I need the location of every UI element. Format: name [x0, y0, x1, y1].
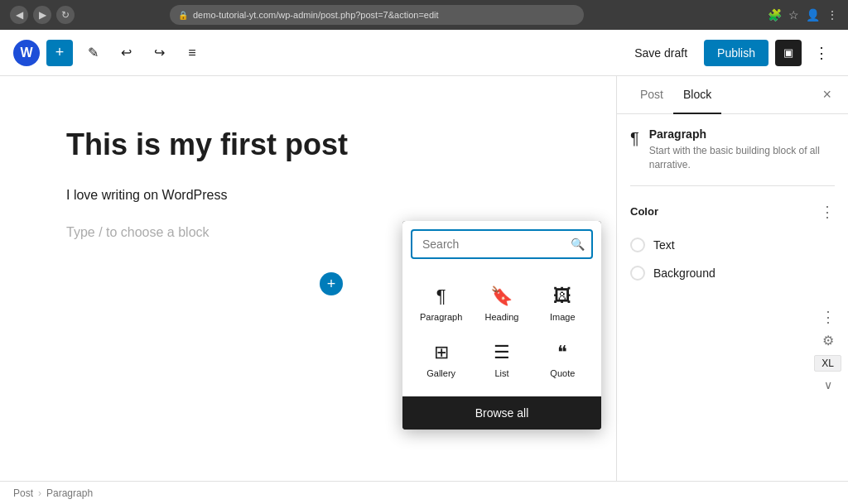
block-grid-item-quote[interactable]: ❝ Quote [534, 334, 591, 386]
placeholder-text: Type / to choose a block [66, 225, 210, 240]
forward-button[interactable]: ▶ [33, 6, 51, 24]
right-sidebar: Post Block × ¶ Paragraph Start with the … [616, 76, 848, 481]
color-section-header: Color ⋮ [630, 203, 835, 221]
color-text-label: Text [653, 238, 675, 252]
inline-add-block-button[interactable]: + [320, 272, 343, 295]
block-grid-item-list[interactable]: ☰ List [473, 334, 530, 386]
block-name: Paragraph [649, 127, 835, 141]
more-options-button[interactable]: ⋮ [808, 40, 835, 66]
save-draft-button[interactable]: Save draft [624, 41, 697, 65]
settings-toggle-button[interactable]: ▣ [775, 40, 802, 66]
sidebar-tabs: Post Block × [617, 76, 848, 114]
color-text-option[interactable]: Text [630, 231, 835, 259]
block-grid-item-paragraph[interactable]: ¶ Paragraph [412, 277, 470, 330]
quote-block-icon: ❝ [557, 342, 567, 363]
undo-button[interactable]: ↩ [113, 40, 139, 66]
url-text: demo-tutorial-yt.com/wp-admin/post.php?p… [193, 10, 439, 20]
color-background-radio[interactable] [630, 266, 645, 281]
breadcrumb-separator: › [38, 487, 41, 499]
color-section-more-button[interactable]: ⋮ [820, 203, 835, 221]
chevron-down-icon[interactable]: ∨ [824, 378, 832, 391]
breadcrumb-post[interactable]: Post [13, 487, 33, 499]
paragraph-block-icon: ¶ [436, 286, 446, 307]
breadcrumb-paragraph[interactable]: Paragraph [46, 487, 93, 499]
lock-icon: 🔒 [178, 11, 188, 20]
quote-block-label: Quote [550, 368, 575, 378]
color-background-option[interactable]: Background [630, 259, 835, 287]
settings-icon: ▣ [783, 46, 793, 59]
edit-tool-button[interactable]: ✎ [80, 40, 106, 66]
wp-logo: W [13, 40, 40, 66]
search-icon: 🔍 [571, 238, 585, 251]
browser-controls: ◀ ▶ ↻ [10, 6, 75, 24]
block-grid-item-gallery[interactable]: ⊞ Gallery [412, 334, 470, 386]
sidebar-settings-icon[interactable]: ⚙ [822, 333, 834, 348]
block-grid-item-heading[interactable]: 🔖 Heading [473, 277, 530, 330]
bottom-bar: Post › Paragraph [0, 481, 848, 504]
refresh-button[interactable]: ↻ [56, 6, 75, 24]
address-bar[interactable]: 🔒 demo-tutorial-yt.com/wp-admin/post.php… [170, 5, 584, 25]
sidebar-content: ¶ Paragraph Start with the basic buildin… [617, 114, 848, 481]
list-view-button[interactable]: ≡ [179, 40, 205, 66]
profile-icon[interactable]: 👤 [806, 8, 820, 22]
post-title[interactable]: This is my first post [66, 126, 550, 165]
extensions-icon[interactable]: 🧩 [768, 8, 782, 22]
menu-icon[interactable]: ⋮ [826, 8, 838, 22]
add-block-toolbar-button[interactable]: + [46, 40, 73, 66]
block-info-text: Paragraph Start with the basic building … [649, 127, 835, 172]
gallery-block-label: Gallery [426, 368, 455, 378]
list-block-icon: ☰ [494, 342, 510, 363]
star-icon[interactable]: ☆ [788, 8, 799, 22]
tab-post[interactable]: Post [630, 76, 673, 114]
wp-admin-bar: W + ✎ ↩ ↪ ≡ Save draft Publish ▣ ⋮ [0, 30, 848, 76]
block-picker-search-area: 🔍 [402, 221, 601, 267]
gallery-block-icon: ⊞ [434, 342, 449, 363]
browse-all-button[interactable]: Browse all [402, 396, 601, 430]
block-info: ¶ Paragraph Start with the basic buildin… [630, 127, 835, 186]
image-block-icon: 🖼 [553, 286, 571, 307]
publish-button[interactable]: Publish [704, 40, 768, 66]
list-block-label: List [494, 368, 508, 378]
browser-chrome: ◀ ▶ ↻ 🔒 demo-tutorial-yt.com/wp-admin/po… [0, 0, 848, 30]
color-section-title: Color [630, 205, 658, 218]
search-input-wrapper: 🔍 [411, 229, 593, 259]
paragraph-icon: ¶ [630, 129, 639, 148]
back-button[interactable]: ◀ [10, 6, 28, 24]
block-description: Start with the basic building block of a… [649, 144, 835, 172]
post-content-paragraph[interactable]: I love writing on WordPress [66, 185, 550, 206]
block-grid-item-image[interactable]: 🖼 Image [534, 277, 591, 330]
xl-size-badge: XL [814, 355, 841, 372]
image-block-label: Image [550, 312, 576, 322]
color-background-label: Background [653, 266, 716, 280]
sidebar-more-icon[interactable]: ⋮ [821, 308, 836, 326]
block-grid: ¶ Paragraph 🔖 Heading 🖼 Image ⊞ Gallery … [402, 267, 601, 396]
block-picker-popup: 🔍 ¶ Paragraph 🔖 Heading 🖼 Image ⊞ Galler… [402, 221, 601, 430]
redo-button[interactable]: ↪ [146, 40, 172, 66]
block-search-input[interactable] [411, 229, 593, 259]
heading-block-label: Heading [485, 312, 519, 322]
color-text-radio[interactable] [630, 238, 645, 252]
browser-right-icons: 🧩 ☆ 👤 ⋮ [768, 8, 838, 22]
heading-block-icon: 🔖 [490, 286, 513, 307]
paragraph-block-label: Paragraph [420, 312, 462, 322]
tab-block[interactable]: Block [673, 76, 721, 114]
sidebar-close-button[interactable]: × [819, 83, 835, 107]
